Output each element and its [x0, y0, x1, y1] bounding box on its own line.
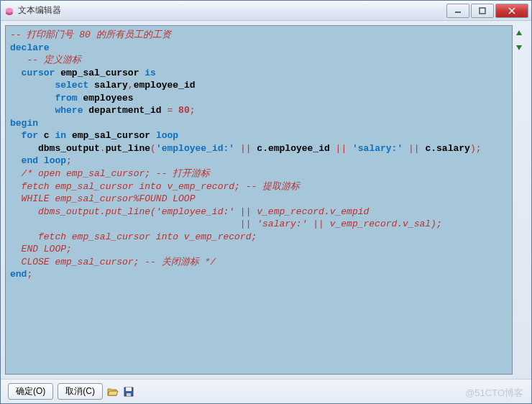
arrow-up-icon[interactable]: [514, 28, 524, 38]
arrow-down-icon[interactable]: [514, 42, 524, 52]
content-area: -- 打印部门号 80 的所有员工的工资 declare -- 定义游标 cur…: [1, 21, 531, 379]
bottom-toolbar: 确定(O) 取消(C): [1, 379, 531, 403]
window-controls: [445, 4, 528, 18]
scroll-arrows: [514, 25, 527, 375]
window-title: 文本编辑器: [18, 4, 445, 17]
ok-button[interactable]: 确定(O): [8, 383, 53, 400]
svg-point-2: [6, 8, 13, 12]
close-button[interactable]: [495, 4, 528, 18]
titlebar: 文本编辑器: [1, 1, 531, 21]
svg-rect-10: [126, 387, 132, 391]
svg-marker-8: [516, 45, 522, 50]
watermark: @51CTO博客: [465, 387, 523, 400]
svg-marker-7: [516, 30, 522, 35]
svg-rect-4: [480, 8, 485, 14]
text-editor-window: 文本编辑器 -- 打印部门号 80 的所有员工的工资 declare -- 定义…: [0, 0, 532, 404]
code-content: -- 打印部门号 80 的所有员工的工资 declare -- 定义游标 cur…: [10, 29, 508, 281]
svg-rect-11: [127, 393, 131, 396]
cancel-button[interactable]: 取消(C): [58, 383, 103, 400]
save-icon[interactable]: [123, 386, 134, 398]
minimize-button[interactable]: [446, 4, 469, 18]
app-icon: [4, 5, 15, 17]
code-editor[interactable]: -- 打印部门号 80 的所有员工的工资 declare -- 定义游标 cur…: [5, 25, 513, 375]
folder-open-icon[interactable]: [107, 386, 119, 398]
maximize-button[interactable]: [471, 4, 494, 18]
